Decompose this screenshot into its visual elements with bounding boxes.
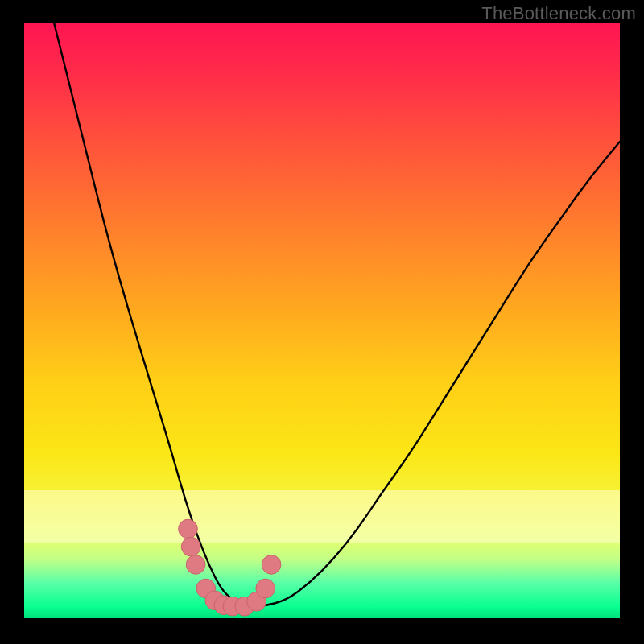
bead-point	[181, 537, 200, 556]
bottleneck-curve	[54, 23, 620, 606]
plot-area	[24, 23, 620, 618]
watermark-text: TheBottleneck.com	[481, 3, 636, 24]
bead-point	[196, 579, 216, 598]
bead-point	[186, 555, 205, 575]
bead-point	[179, 519, 198, 539]
bead-point	[262, 555, 281, 575]
curve-layer	[24, 23, 620, 618]
bead-point	[235, 597, 254, 616]
bead-point	[223, 597, 242, 616]
bead-point	[205, 591, 225, 610]
bead-point	[214, 596, 233, 615]
pale-yellow-band	[24, 490, 620, 544]
highlight-beads	[179, 519, 281, 616]
chart-frame: TheBottleneck.com	[0, 0, 644, 644]
bead-point	[256, 579, 275, 598]
bead-point	[247, 592, 266, 611]
